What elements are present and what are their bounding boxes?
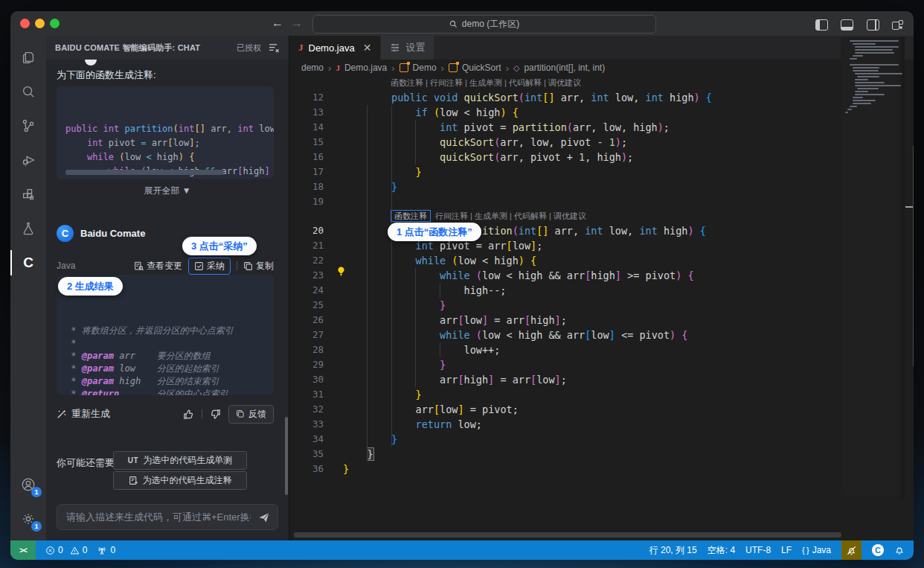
send-icon[interactable] <box>258 511 270 523</box>
code-line[interactable]: 36} <box>289 462 905 476</box>
customize-layout-icon[interactable] <box>892 20 903 30</box>
comate-icon[interactable]: C <box>10 246 46 280</box>
settings-gear-icon[interactable]: 1 <box>10 502 46 536</box>
clear-chat-icon[interactable] <box>269 43 280 53</box>
breadcrumb-separator-icon: › <box>328 63 331 74</box>
toggle-secondary-sidebar-icon[interactable] <box>867 19 879 31</box>
accounts-icon[interactable]: 1 <box>10 468 46 502</box>
generate-comment-icon <box>129 476 138 485</box>
notifications-bell-icon[interactable] <box>894 545 905 555</box>
code-line[interactable]: 21 int pivot = arr[low]; <box>289 238 905 253</box>
feedback-button[interactable]: 反馈 <box>228 405 274 424</box>
language-mode[interactable]: { } Java <box>802 545 831 555</box>
code-line[interactable]: 20 public int partition(int[] arr, int l… <box>289 223 905 238</box>
code-line[interactable]: 13 if (low < high) { <box>289 105 905 120</box>
nav-forward-icon[interactable]: → <box>289 14 305 32</box>
close-window-button[interactable] <box>20 19 30 28</box>
toggle-panel-icon[interactable] <box>841 19 853 31</box>
code-line[interactable]: 35 } <box>289 447 905 462</box>
explorer-icon[interactable] <box>10 40 46 74</box>
breadcrumb-class-quicksort[interactable]: QuickSort <box>462 63 501 73</box>
code-line[interactable]: 15 quickSort(arr, low, pivot - 1); <box>289 135 905 150</box>
settings-editor-icon <box>390 43 400 52</box>
line-number: 25 <box>289 298 324 313</box>
copy-button[interactable]: 复制 <box>243 260 274 272</box>
thumbs-down-icon[interactable] <box>210 409 221 420</box>
line-number: 33 <box>289 417 324 432</box>
code-line[interactable]: 17 } <box>289 165 905 179</box>
source-control-icon[interactable] <box>10 109 46 143</box>
code-line[interactable]: 12 public void quickSort(int[] arr, int … <box>289 90 905 105</box>
code-line[interactable]: 22 while (low < high) { <box>289 253 905 268</box>
notifications-muted-indicator[interactable] <box>841 540 862 560</box>
code-line[interactable]: 16 quickSort(arr, pivot + 1, high); <box>289 150 905 165</box>
breadcrumb-method[interactable]: partition(int[], int, int) <box>524 63 605 73</box>
indentation-status[interactable]: 空格: 4 <box>708 544 735 557</box>
run-debug-icon[interactable] <box>10 143 46 177</box>
code-line[interactable]: 28 low++; <box>289 342 905 357</box>
code-line[interactable]: 27 while (low < high && arr[low] <= pivo… <box>289 328 905 342</box>
generate-comment-button[interactable]: 为选中的代码生成注释 <box>113 471 247 490</box>
code-line[interactable]: 18 } <box>289 179 905 194</box>
codelens-row[interactable]: 函数注释行间注释 | 生成单测 | 代码解释 | 调优建议 <box>289 209 905 223</box>
line-number: 24 <box>289 283 324 298</box>
tab-settings[interactable]: 设置 <box>380 36 434 60</box>
generate-unit-test-button[interactable]: UT 为选中的代码生成单测 <box>113 451 247 470</box>
code-line[interactable]: 34 } <box>289 432 905 447</box>
view-changes-button[interactable]: 查看变更 <box>134 260 182 272</box>
encoding-status[interactable]: UTF-8 <box>745 545 771 555</box>
accept-button[interactable]: 采纳 <box>188 258 231 275</box>
chat-input[interactable] <box>65 511 252 523</box>
problems-status[interactable]: 0 0 <box>45 545 87 555</box>
cursor-position[interactable]: 行 20, 列 15 <box>649 544 697 557</box>
code-line[interactable]: 14 int pivot = partition(arr, low, high)… <box>289 120 905 135</box>
code-line: * @param high 分区的结束索引 <box>65 375 265 388</box>
minimize-window-button[interactable] <box>35 19 45 28</box>
close-tab-icon[interactable]: ✕ <box>363 42 372 54</box>
snippet-scrollbar[interactable] <box>65 170 223 175</box>
code-line[interactable]: 33 return low; <box>289 417 905 432</box>
comate-status-icon[interactable]: C <box>872 544 884 556</box>
accounts-badge: 1 <box>31 487 42 497</box>
vertical-scrollbar[interactable] <box>905 36 914 497</box>
code-line[interactable]: 30 arr[high] = arr[low]; <box>289 372 905 387</box>
command-center-search[interactable]: demo (工作区) <box>312 15 656 33</box>
search-icon[interactable] <box>10 74 46 109</box>
code-line[interactable]: 26 arr[low] = arr[high]; <box>289 313 905 328</box>
horizontal-scrollbar[interactable] <box>294 532 841 537</box>
code-line[interactable]: 31 } <box>289 387 905 402</box>
minimap[interactable] <box>841 37 905 499</box>
codelens-row[interactable]: 函数注释 | 行间注释 | 生成单测 | 代码解释 | 调优建议 <box>289 76 905 90</box>
zoom-window-button[interactable] <box>50 19 60 28</box>
ports-status[interactable]: 0 <box>97 545 115 555</box>
sidebar-scrollbar[interactable] <box>285 417 288 495</box>
code-line[interactable]: 29 } <box>289 357 905 372</box>
chat-input-box[interactable] <box>57 504 278 530</box>
breadcrumb-folder[interactable]: demo <box>301 63 324 73</box>
testing-beaker-icon[interactable] <box>10 211 46 246</box>
authorized-label: 已授权 <box>237 42 261 54</box>
eol-status[interactable]: LF <box>781 545 792 555</box>
thumbs-up-icon[interactable] <box>183 409 194 420</box>
code-line[interactable]: 24 high--; <box>289 283 905 298</box>
code-line[interactable]: 19 <box>289 194 905 209</box>
breadcrumb-class-demo[interactable]: Demo <box>413 63 437 73</box>
tab-demo-java[interactable]: J Demo.java ✕ <box>289 36 380 60</box>
code-line[interactable]: 23 while (low < high && arr[high] >= piv… <box>289 268 905 283</box>
nav-back-icon[interactable]: ← <box>269 14 286 32</box>
extensions-icon[interactable] <box>10 177 46 211</box>
code-editor[interactable]: 函数注释 | 行间注释 | 生成单测 | 代码解释 | 调优建议 12 publ… <box>289 76 905 540</box>
code-line[interactable]: 25 } <box>289 298 905 313</box>
breadcrumb-file[interactable]: Demo.java <box>344 63 387 73</box>
remote-indicator[interactable]: >< <box>10 540 36 560</box>
code-line[interactable]: 32 arr[low] = pivot; <box>289 402 905 417</box>
codelens-link-active[interactable]: 函数注释 <box>391 210 431 222</box>
regenerate-button[interactable]: 重新生成 <box>57 407 176 421</box>
scrollbar-thumb[interactable] <box>913 146 914 366</box>
toggle-sidebar-icon[interactable] <box>815 19 828 31</box>
breadcrumb[interactable]: demo › J Demo.java › Demo › QuickSort › … <box>289 60 914 76</box>
assistant-name: Baidu Comate <box>80 228 145 239</box>
lightbulb-icon[interactable] <box>336 266 347 277</box>
expand-all-button[interactable]: 展开全部 ▼ <box>46 185 289 197</box>
check-square-icon <box>194 261 204 271</box>
